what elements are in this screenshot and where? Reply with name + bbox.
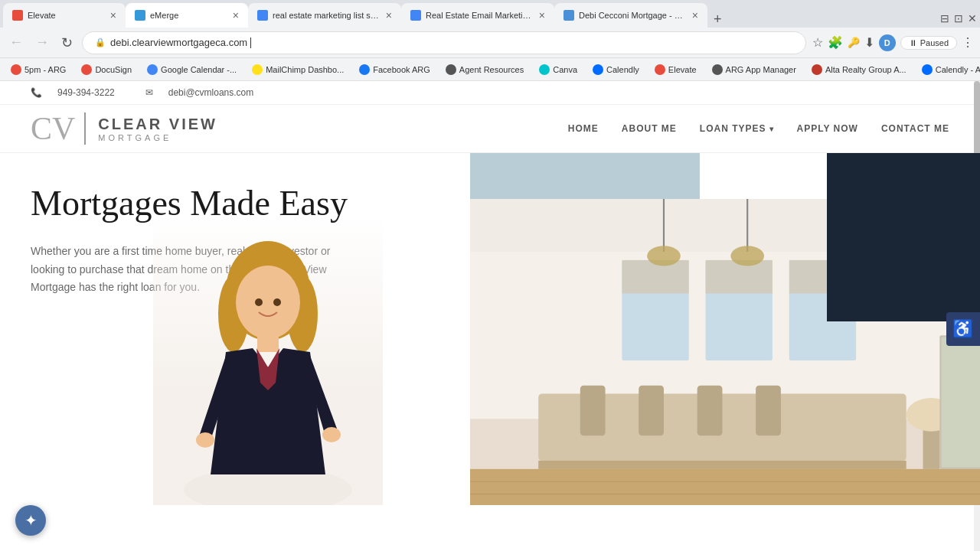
elevate-fab-icon: ✦	[24, 511, 38, 530]
svg-point-28	[731, 246, 765, 266]
contact-bar: 📞 949-394-3222 ✉ debi@cvmloans.com	[0, 81, 980, 105]
contact-phone: 949-394-3222	[57, 87, 115, 98]
bookmark-favicon-elevate2	[655, 64, 665, 75]
logo-name-line1: CLEAR VIEW	[98, 115, 217, 133]
hero-right: ♿	[470, 153, 980, 505]
bookmark-favicon-calendly	[593, 64, 603, 75]
bookmark-label-fb: Facebook ARG	[373, 65, 430, 74]
bookmark-alta[interactable]: Alta Realty Group A...	[807, 63, 911, 77]
tab-close-debi[interactable]: ×	[692, 9, 698, 21]
address-bar[interactable]: 🔒 debi.clearviewmortgageca.com	[82, 31, 806, 54]
svg-rect-16	[622, 260, 689, 294]
phone-icon: 📞	[31, 87, 42, 98]
svg-rect-21	[580, 386, 606, 436]
forward-button[interactable]: →	[32, 34, 52, 51]
nav-about[interactable]: ABOUT ME	[622, 123, 677, 134]
bookmark-label: 5pm - ARG	[24, 65, 66, 74]
bookmark-mailchimp[interactable]: MailChimp Dashbo...	[247, 63, 348, 77]
toolbar-icons: ☆ 🧩 🔑 ⬇ D ⏸ Paused ⋮	[812, 34, 974, 51]
bookmark-canva[interactable]: Canva	[534, 63, 582, 77]
bookmark-favicon-canva	[539, 64, 550, 75]
lock-icon: 🔒	[95, 37, 106, 47]
restore-icon[interactable]: ⊡	[954, 12, 963, 24]
svg-rect-20	[539, 461, 906, 469]
site-content: 📞 949-394-3222 ✉ debi@cvmloans.com CV CL…	[0, 81, 980, 551]
svg-rect-22	[639, 386, 665, 436]
tab-debi[interactable]: Debi Cecconi Mortgage - Debi ... ×	[554, 3, 707, 28]
bookmark-favicon-arg	[712, 64, 723, 75]
bookmark-arg-app[interactable]: ARG App Manager	[707, 63, 801, 77]
bookmarks-bar: 5pm - ARG DocuSign Google Calendar -... …	[0, 58, 980, 81]
dark-overlay	[827, 153, 980, 321]
download-icon[interactable]: ⬇	[864, 35, 874, 50]
back-button[interactable]: ←	[6, 34, 26, 51]
bookmark-elevate2[interactable]: Elevate	[650, 63, 701, 77]
tab-close-elevate[interactable]: ×	[110, 9, 116, 21]
bookmark-calendly-alta[interactable]: Calendly - Alta Real...	[917, 63, 980, 77]
bookmark-elevate[interactable]: 5pm - ARG	[6, 63, 70, 77]
svg-point-7	[322, 427, 341, 442]
bookmark-facebook[interactable]: Facebook ARG	[354, 63, 435, 77]
bookmark-docusign[interactable]: DocuSign	[77, 63, 136, 77]
logo-name-line2: MORTGAGE	[98, 133, 217, 142]
person-svg	[168, 230, 368, 505]
paused-label: Paused	[920, 38, 949, 47]
svg-point-9	[273, 298, 281, 306]
nav-apply[interactable]: APPLY NOW	[797, 123, 858, 134]
svg-point-4	[236, 266, 300, 339]
bookmark-favicon-gcal	[147, 64, 158, 75]
tab-realestate2[interactable]: Real Estate Email Marketing: Im... ×	[401, 3, 554, 28]
bookmark-label-agent: Agent Resources	[459, 65, 524, 74]
close-window-icon[interactable]: ✕	[968, 12, 977, 24]
svg-point-26	[648, 246, 681, 266]
bookmark-label-gcal: Google Calendar -...	[161, 65, 237, 74]
password-icon[interactable]: 🔑	[848, 37, 860, 48]
collapse-icon[interactable]: ⊟	[940, 12, 949, 24]
tab-close-re2[interactable]: ×	[539, 9, 545, 21]
bookmark-label-cal-alta: Calendly - Alta Real...	[936, 65, 980, 74]
bookmark-favicon-elevate	[11, 64, 21, 75]
bookmark-favicon-alta	[812, 64, 822, 75]
svg-rect-17	[706, 260, 773, 294]
accessibility-button[interactable]: ♿	[946, 312, 980, 346]
logo-area: CV CLEAR VIEW MORTGAGE	[31, 112, 217, 145]
browser-window: Elevate × eMerge × real estate marketing…	[0, 0, 980, 551]
nav-home[interactable]: HOME	[568, 123, 599, 134]
nav-links: HOME ABOUT ME LOAN TYPES ▾ APPLY NOW CON…	[568, 123, 949, 134]
tab-elevate[interactable]: Elevate ×	[3, 3, 126, 28]
email-icon: ✉	[145, 87, 153, 98]
svg-rect-23	[697, 386, 723, 436]
tab-realestate1[interactable]: real estate marketing list segme... ×	[248, 3, 401, 28]
site-navigation: CV CLEAR VIEW MORTGAGE HOME ABOUT ME LOA…	[0, 105, 980, 153]
title-bar: Elevate × eMerge × real estate marketing…	[0, 0, 980, 28]
window-controls: ⊟ ⊡ ✕	[940, 12, 977, 28]
nav-loan-types[interactable]: LOAN TYPES ▾	[700, 123, 774, 134]
nav-contact[interactable]: CONTACT ME	[881, 123, 949, 134]
tab-emerge[interactable]: eMerge ×	[126, 3, 248, 28]
tab-label-emerge: eMerge	[150, 11, 228, 20]
bookmark-icon[interactable]: ☆	[812, 35, 823, 50]
svg-point-8	[255, 298, 263, 306]
tab-favicon-debi	[564, 10, 574, 21]
hero-person-image	[153, 214, 383, 505]
tab-close-re1[interactable]: ×	[386, 9, 392, 21]
bookmark-favicon-fb	[359, 64, 370, 75]
contact-email[interactable]: debi@cvmloans.com	[168, 87, 254, 98]
extensions-icon[interactable]: 🧩	[828, 35, 843, 50]
bookmark-agent[interactable]: Agent Resources	[441, 63, 528, 77]
bookmark-calendly[interactable]: Calendly	[588, 63, 644, 77]
hero-section: Mortgages Made Easy Whether you are a fi…	[0, 153, 980, 505]
bookmark-label-docusign: DocuSign	[95, 65, 132, 74]
cursor-indicator	[250, 37, 251, 48]
bookmark-gcal[interactable]: Google Calendar -...	[142, 63, 241, 77]
profile-avatar[interactable]: D	[879, 34, 896, 51]
svg-rect-5	[257, 333, 279, 352]
menu-icon[interactable]: ⋮	[962, 35, 974, 50]
tab-group: Elevate × eMerge × real estate marketing…	[3, 3, 937, 28]
bookmark-favicon-cal-alta	[922, 64, 933, 75]
elevate-fab-button[interactable]: ✦	[15, 505, 46, 536]
tab-close-emerge[interactable]: ×	[233, 9, 239, 21]
new-tab-button[interactable]: +	[707, 11, 728, 28]
reload-button[interactable]: ↻	[58, 34, 76, 51]
paused-icon: ⏸	[909, 38, 917, 47]
